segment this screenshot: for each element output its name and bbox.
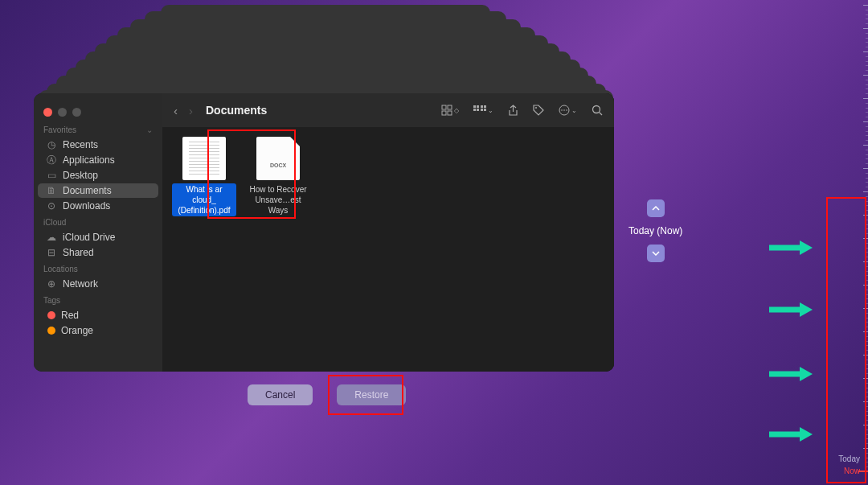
- svg-rect-0: [442, 105, 446, 109]
- network-icon: ⊕: [46, 278, 57, 290]
- finder-window: Favorites ⌄ ◷ Recents Ⓐ Applications ▭ D…: [34, 93, 614, 372]
- svg-rect-8: [481, 105, 483, 108]
- file-grid[interactable]: What is ar cloud_ (Definition).pdf DOCX …: [162, 127, 614, 372]
- time-navigation: Today (Now): [628, 199, 682, 262]
- forward-button[interactable]: ›: [189, 104, 193, 117]
- svg-rect-9: [484, 105, 486, 108]
- svg-rect-3: [448, 111, 452, 115]
- annotation-arrow-icon: [768, 302, 813, 318]
- svg-rect-7: [477, 109, 479, 111]
- chevron-down-icon[interactable]: ⌄: [146, 125, 153, 134]
- sidebar-item-tag-red[interactable]: Red: [38, 308, 158, 323]
- time-up-button[interactable]: [647, 199, 665, 217]
- section-favorites: Favorites ⌄: [34, 121, 162, 137]
- action-buttons: Cancel Restore: [248, 384, 406, 405]
- svg-marker-24: [800, 367, 813, 381]
- timeline-ruler[interactable]: Today Now: [862, 0, 868, 485]
- file-item-docx[interactable]: DOCX How to Recover Unsave…est Ways: [246, 137, 310, 216]
- cancel-button[interactable]: Cancel: [248, 384, 313, 405]
- svg-rect-10: [481, 109, 483, 111]
- maximize-button[interactable]: [72, 108, 81, 117]
- desktop-icon: ▭: [46, 170, 57, 181]
- svg-rect-1: [448, 105, 452, 109]
- sidebar: Favorites ⌄ ◷ Recents Ⓐ Applications ▭ D…: [34, 93, 162, 372]
- sidebar-item-shared[interactable]: ⊟ Shared: [38, 245, 158, 260]
- orange-tag-icon: [47, 327, 55, 335]
- file-item-pdf[interactable]: What is ar cloud_ (Definition).pdf: [172, 137, 236, 216]
- timeline-now-label: Now: [844, 467, 860, 475]
- svg-marker-22: [800, 302, 813, 317]
- docx-badge: DOCX: [270, 162, 286, 168]
- download-icon: ⊙: [46, 200, 57, 212]
- svg-point-16: [566, 109, 567, 111]
- close-button[interactable]: [43, 108, 52, 117]
- restore-button[interactable]: Restore: [337, 384, 406, 405]
- sidebar-item-icloud-drive[interactable]: ☁ iCloud Drive: [38, 230, 158, 245]
- window-controls: [34, 101, 162, 121]
- applications-icon: Ⓐ: [46, 154, 57, 166]
- search-icon[interactable]: [592, 105, 603, 116]
- svg-rect-2: [442, 111, 446, 115]
- sidebar-item-network[interactable]: ⊕ Network: [38, 277, 158, 291]
- group-icon[interactable]: ⌄: [473, 105, 493, 115]
- window-title: Documents: [206, 104, 267, 117]
- svg-marker-20: [800, 240, 813, 255]
- view-grid-icon[interactable]: ◇: [441, 105, 459, 116]
- section-locations: Locations: [34, 261, 162, 276]
- document-icon: 🗎: [46, 185, 57, 196]
- svg-rect-4: [473, 105, 476, 108]
- back-button[interactable]: ‹: [174, 104, 178, 117]
- section-icloud: iCloud: [34, 214, 162, 229]
- file-name: How to Recover Unsave…est Ways: [246, 183, 310, 216]
- annotation-arrow-icon: [768, 240, 813, 256]
- sidebar-item-documents[interactable]: 🗎 Documents: [38, 183, 158, 198]
- main-pane: ‹ › Documents ◇ ⌄: [162, 93, 614, 372]
- annotation-arrow-icon: [768, 426, 813, 442]
- minimize-button[interactable]: [58, 108, 67, 117]
- section-tags: Tags: [34, 292, 162, 307]
- svg-point-14: [561, 109, 563, 111]
- shared-icon: ⊟: [46, 247, 57, 258]
- sidebar-item-desktop[interactable]: ▭ Desktop: [38, 168, 158, 183]
- sidebar-item-applications[interactable]: Ⓐ Applications: [38, 153, 158, 167]
- svg-rect-5: [477, 105, 479, 108]
- svg-point-12: [535, 107, 537, 109]
- toolbar: ‹ › Documents ◇ ⌄: [162, 93, 614, 127]
- file-thumbnail: [182, 137, 226, 180]
- svg-rect-11: [484, 109, 486, 111]
- svg-rect-6: [473, 109, 476, 111]
- annotation-arrow-icon: [768, 366, 813, 382]
- sidebar-item-recents[interactable]: ◷ Recents: [38, 138, 158, 152]
- svg-point-17: [593, 106, 600, 113]
- tag-icon[interactable]: [533, 105, 544, 116]
- cloud-icon: ☁: [46, 232, 57, 243]
- svg-line-18: [600, 113, 603, 116]
- timeline-now-tick: [858, 471, 868, 472]
- highlight-box-timeline: [826, 197, 866, 483]
- more-icon[interactable]: ⌄: [559, 105, 577, 116]
- time-label: Today (Now): [628, 222, 682, 240]
- svg-marker-26: [800, 427, 813, 442]
- file-name: What is ar cloud_ (Definition).pdf: [172, 183, 236, 216]
- sidebar-item-tag-orange[interactable]: Orange: [38, 323, 158, 338]
- time-down-button[interactable]: [647, 245, 665, 262]
- svg-point-15: [563, 109, 565, 111]
- share-icon[interactable]: [508, 105, 518, 117]
- clock-icon: ◷: [46, 139, 57, 150]
- red-tag-icon: [47, 311, 55, 319]
- sidebar-item-downloads[interactable]: ⊙ Downloads: [38, 199, 158, 213]
- timeline-today-label: Today: [838, 454, 860, 463]
- file-thumbnail: DOCX: [256, 137, 300, 180]
